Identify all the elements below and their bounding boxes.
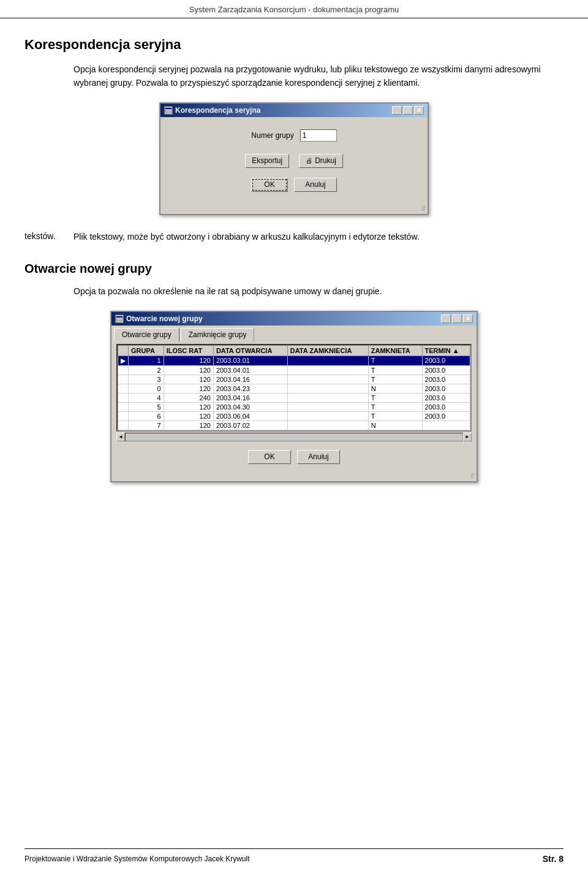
col-ilosc-rat: ILOSC RAT <box>164 345 213 356</box>
row-ilosc-rat: 120 <box>164 402 213 411</box>
dialog1-ok-button[interactable]: OK <box>251 178 288 192</box>
row-data-otwarcia: 2003.04.16 <box>213 375 287 384</box>
dialog1-resize-icon: // <box>421 205 425 212</box>
ok-label: OK <box>264 180 274 189</box>
hscrollbar[interactable] <box>125 433 463 441</box>
row-data-zamkniecia <box>287 375 368 384</box>
table-header-row: GRUPA ILOSC RAT DATA OTWARCIA DATA ZAMKN… <box>118 345 470 356</box>
row-ilosc-rat: 120 <box>164 421 213 430</box>
dialog2-titlebar-buttons: _ □ ✕ <box>441 314 473 323</box>
table-row[interactable]: 01202003.04.23N2003.0 <box>118 384 470 393</box>
cancel-label: Anuluj <box>305 180 325 189</box>
row-grupa: 2 <box>129 365 164 375</box>
section1-paragraph: Opcja korespondencji seryjnej pozwala na… <box>74 63 564 90</box>
eksportuj-label: Eksportuj <box>252 156 282 165</box>
section1-title: Korespondencja seryjna <box>24 37 564 53</box>
dialog2-wrapper: Otwarcie nowej grupy _ □ ✕ Otwarcie grup… <box>24 311 564 482</box>
page-header: System Zarządzania Konsorcjum - dokument… <box>0 0 588 18</box>
dialog1-minimize-btn[interactable]: _ <box>392 106 402 115</box>
dialog2-ok-button[interactable]: OK <box>248 450 291 464</box>
row-zamknieta: T <box>368 365 422 375</box>
svg-rect-3 <box>116 316 123 318</box>
scroll-right-btn[interactable]: ► <box>463 433 472 441</box>
row-grupa: 6 <box>129 411 164 421</box>
page-footer: Projektowanie i Wdrażanie Systemów Kompu… <box>24 848 564 864</box>
table-row[interactable]: ▶11202003.03.01T2003.0 <box>118 356 470 365</box>
dialog2-table: GRUPA ILOSC RAT DATA OTWARCIA DATA ZAMKN… <box>118 345 470 430</box>
row-indicator <box>118 384 129 393</box>
dialog1-eksportuj-button[interactable]: Eksportuj <box>245 154 289 168</box>
col-zamknieta: ZAMKNIETA <box>368 345 422 356</box>
row-termin: 2003.0 <box>422 356 470 365</box>
row-data-otwarcia: 2003.04.30 <box>213 402 287 411</box>
dialog1-ok-row: OK Anuluj <box>173 178 415 192</box>
dialog2-scroll-area: ◄ ► <box>114 432 474 443</box>
row-zamknieta: T <box>368 375 422 384</box>
row-data-zamkniecia <box>287 411 368 421</box>
note-prefix: tekstów. <box>24 230 74 243</box>
scroll-left-btn[interactable]: ◄ <box>116 433 125 441</box>
row-data-zamkniecia <box>287 365 368 375</box>
dialog2-title: Otwarcie nowej grupy <box>126 314 203 323</box>
row-data-otwarcia: 2003.04.01 <box>213 365 287 375</box>
row-data-zamkniecia <box>287 356 368 365</box>
row-grupa: 5 <box>129 402 164 411</box>
dialog2-maximize-btn[interactable]: □ <box>452 314 462 323</box>
dialog2-tabbar: Otwarcie grupy Zamknięcie grupy <box>111 326 477 341</box>
table-row[interactable]: 51202003.04.30T2003.0 <box>118 402 470 411</box>
col-termin: TERMIN ▲ <box>422 345 470 356</box>
dialog1-drukuj-button[interactable]: 🖨 Drukuj <box>299 154 343 168</box>
header-title: System Zarządzania Konsorcjum - dokument… <box>189 5 399 14</box>
row-grupa: 1 <box>129 356 164 365</box>
table-row[interactable]: 71202003.07.02N <box>118 421 470 430</box>
dialog2: Otwarcie nowej grupy _ □ ✕ Otwarcie grup… <box>110 311 478 482</box>
row-termin: 2003.0 <box>422 393 470 402</box>
row-indicator: ▶ <box>118 356 129 365</box>
table-row[interactable]: 61202003.06.04T2003.0 <box>118 411 470 421</box>
drukuj-label: Drukuj <box>315 156 336 165</box>
table-row[interactable]: 31202003.04.16T2003.0 <box>118 375 470 384</box>
dialog2-cancel-button[interactable]: Anuluj <box>297 450 340 464</box>
table-row[interactable]: 21202003.04.01T2003.0 <box>118 365 470 375</box>
row-termin: 2003.0 <box>422 375 470 384</box>
row-data-otwarcia: 2003.04.23 <box>213 384 287 393</box>
dialog2-resize-icon: // <box>470 473 474 479</box>
tab-otwarcie-grupy[interactable]: Otwarcie grupy <box>114 328 179 341</box>
table-row[interactable]: 42402003.04.16T2003.0 <box>118 393 470 402</box>
dialog1-cancel-button[interactable]: Anuluj <box>294 178 337 192</box>
row-zamknieta: T <box>368 402 422 411</box>
row-termin: 2003.0 <box>422 411 470 421</box>
row-indicator <box>118 421 129 430</box>
tab-zamkniecie-grupy[interactable]: Zamknięcie grupy <box>181 328 255 341</box>
row-data-zamkniecia <box>287 421 368 430</box>
dialog1-button-row: Eksportuj 🖨 Drukuj <box>173 154 415 168</box>
dialog1-titlebar-left: Korespondencja seryjna <box>164 106 260 115</box>
row-zamknieta: T <box>368 393 422 402</box>
dialog1-close-btn[interactable]: ✕ <box>414 106 424 115</box>
section2-title: Otwarcie nowej grupy <box>24 262 564 276</box>
dialog1-title: Korespondencja seryjna <box>175 106 260 115</box>
dialog1-maximize-btn[interactable]: □ <box>403 106 413 115</box>
section1-note: Plik tekstowy, może być otworzony i obra… <box>74 230 420 243</box>
col-data-zamkniecia: DATA ZAMKNIECIA <box>287 345 368 356</box>
print-icon: 🖨 <box>306 157 312 164</box>
dialog2-minimize-btn[interactable]: _ <box>441 314 451 323</box>
row-termin: 2003.0 <box>422 384 470 393</box>
row-grupa: 3 <box>129 375 164 384</box>
dialog2-titlebar: Otwarcie nowej grupy _ □ ✕ <box>111 312 477 326</box>
tab-otwarcie-label: Otwarcie grupy <box>122 330 172 339</box>
dialog2-ok-label: OK <box>264 452 274 461</box>
row-zamknieta: N <box>368 421 422 430</box>
dialog2-footer: OK Anuluj <box>111 445 477 469</box>
dialog1-titlebar-buttons: _ □ ✕ <box>392 106 424 115</box>
row-data-otwarcia: 2003.06.04 <box>213 411 287 421</box>
dialog2-close-btn[interactable]: ✕ <box>463 314 473 323</box>
svg-rect-1 <box>165 108 172 109</box>
dialog1-numer-grupy-input[interactable] <box>300 129 337 142</box>
dialog1-titlebar: Korespondencja seryjna _ □ ✕ <box>160 104 428 117</box>
row-data-otwarcia: 2003.07.02 <box>213 421 287 430</box>
row-data-zamkniecia <box>287 402 368 411</box>
dialog2-titlebar-left: Otwarcie nowej grupy <box>115 314 203 323</box>
row-grupa: 7 <box>129 421 164 430</box>
row-ilosc-rat: 120 <box>164 375 213 384</box>
